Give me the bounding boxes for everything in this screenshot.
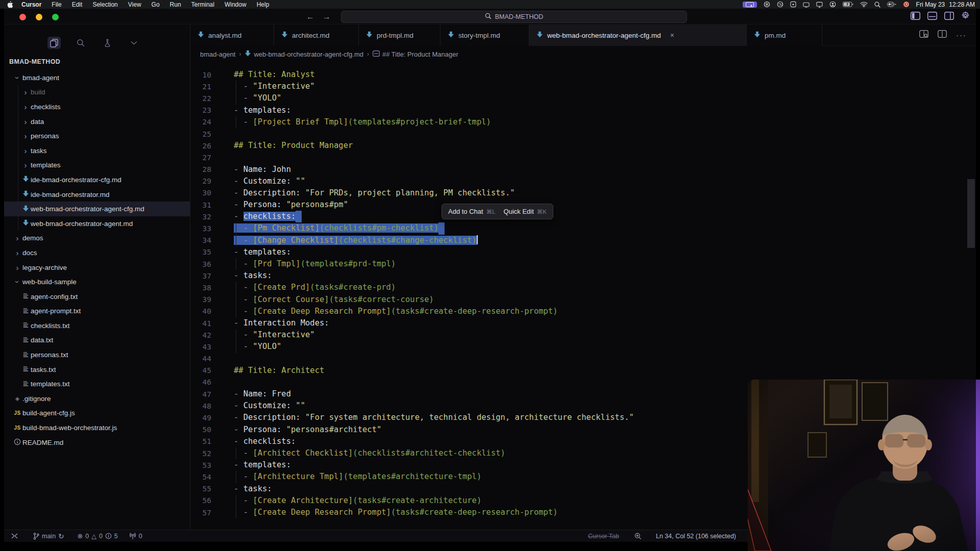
line-number[interactable]: 44 (190, 355, 224, 363)
control-center-icon[interactable] (887, 2, 896, 7)
code-line-32[interactable]: 32- checklists: (190, 211, 976, 222)
command-center-search[interactable]: BMAD-METHOD (341, 11, 687, 23)
tv-icon[interactable] (803, 2, 810, 8)
file-web-bmad-orchestrator-agent.md[interactable]: web-bmad-orchestrator-agent.md (4, 216, 190, 231)
line-number[interactable]: 35 (190, 248, 224, 256)
code-line-21[interactable]: 21 - "Interactive" (190, 81, 976, 92)
tab-story-tmpl.md[interactable]: story-tmpl.md (440, 24, 529, 46)
file-data.txt[interactable]: data.txt (4, 333, 190, 348)
chatgpt-icon[interactable] (764, 1, 770, 8)
cursor-position[interactable]: Ln 34, Col 52 (106 selected) (652, 533, 740, 540)
line-number[interactable]: 25 (190, 130, 224, 138)
file-README.md[interactable]: README.md (4, 435, 190, 450)
code-line-30[interactable]: 30- Description: "For PRDs, project plan… (190, 187, 976, 199)
file-build-bmad-web-orchestrator.js[interactable]: JSbuild-bmad-web-orchestrator.js (4, 420, 190, 435)
code-line-36[interactable]: 36 - [Prd Tmpl](templates#prd-tmpl) (190, 258, 976, 270)
line-number[interactable]: 45 (190, 366, 224, 374)
line-number[interactable]: 23 (190, 106, 224, 114)
cursor-tab-toggle[interactable]: Cursor Tab (584, 533, 623, 540)
line-number[interactable]: 52 (190, 449, 224, 458)
line-number[interactable]: 27 (190, 154, 224, 162)
app-box-icon[interactable] (790, 1, 796, 8)
code-line-37[interactable]: 37- tasks: (190, 270, 976, 282)
line-number[interactable]: 39 (190, 295, 224, 304)
breadcrumb-item[interactable]: bmad-agent (200, 51, 235, 58)
line-number[interactable]: 49 (190, 414, 224, 422)
menu-item-terminal[interactable]: Terminal (186, 1, 219, 8)
folder-docs[interactable]: ›docs (4, 245, 190, 260)
folder-legacy-archive[interactable]: ›legacy-archive (4, 260, 190, 275)
code-line-38[interactable]: 38 - [Create Prd](tasks#create-prd) (190, 282, 976, 293)
minimize-window-button[interactable] (36, 14, 42, 20)
folder-web-build-sample[interactable]: ›web-build-sample (4, 274, 190, 289)
line-number[interactable]: 22 (190, 94, 224, 103)
code-line-41[interactable]: 41- Interaction Modes: (190, 317, 976, 329)
menu-item-help[interactable]: Help (252, 1, 275, 8)
file-.gitignore[interactable]: ◈.gitignore (4, 391, 190, 406)
folder-demos[interactable]: ›demos (4, 231, 190, 246)
menu-item-window[interactable]: Window (219, 1, 252, 8)
code-line-39[interactable]: 39 - [Correct Course](tasks#correct-cour… (190, 294, 976, 306)
menu-item-edit[interactable]: Edit (67, 1, 88, 8)
line-number[interactable]: 51 (190, 437, 224, 445)
line-number[interactable]: 34 (190, 236, 224, 244)
folder-personas[interactable]: ›personas (4, 129, 190, 143)
add-to-chat-button[interactable]: Add to Chat ⌘L (448, 208, 496, 215)
open-changes-icon[interactable] (919, 30, 928, 40)
menubar-date[interactable]: Fri May 23 (916, 1, 945, 8)
explorer-files-icon[interactable] (47, 37, 61, 49)
remote-indicator[interactable] (7, 533, 22, 539)
flask-icon[interactable] (101, 37, 114, 49)
line-number[interactable]: 46 (190, 378, 224, 386)
line-number[interactable]: 57 (190, 509, 224, 517)
problems-indicator[interactable]: ⊗ 0 △ 0 5 (74, 532, 122, 540)
toggle-primary-sidebar-icon[interactable] (911, 12, 920, 20)
folder-tasks[interactable]: ›tasks (4, 143, 190, 158)
code-line-10[interactable]: 10## Title: Analyst (190, 69, 976, 81)
line-number[interactable]: 24 (190, 118, 224, 126)
line-number[interactable]: 29 (190, 177, 224, 185)
code-line-28[interactable]: 28- Name: John (190, 164, 976, 176)
code-line-29[interactable]: 29- Customize: "" (190, 176, 976, 187)
code-line-40[interactable]: 40 - [Create Deep Research Prompt](tasks… (190, 306, 976, 317)
code-line-34[interactable]: 34 - [Change Checklist](checklists#chang… (190, 235, 976, 246)
code-line-22[interactable]: 22 - "YOLO" (190, 92, 976, 104)
menu-item-view[interactable]: View (123, 1, 146, 8)
split-editor-icon[interactable] (938, 30, 947, 40)
line-number[interactable]: 48 (190, 402, 224, 410)
code-line-25[interactable]: 25 (190, 128, 976, 140)
line-number[interactable]: 55 (190, 485, 224, 493)
code-line-23[interactable]: 23- templates: (190, 105, 976, 116)
folder-build[interactable]: ›build (4, 85, 190, 100)
git-branch-indicator[interactable]: main ↻ (29, 532, 68, 540)
battery-icon[interactable] (843, 2, 853, 7)
line-number[interactable]: 54 (190, 473, 224, 481)
file-agent-config.txt[interactable]: agent-config.txt (4, 289, 190, 304)
screen-mirroring-icon[interactable] (743, 2, 757, 8)
folder-templates[interactable]: ›templates (4, 158, 190, 173)
file-personas.txt[interactable]: personas.txt (4, 347, 190, 362)
apple-menu-icon[interactable] (7, 1, 13, 8)
file-ide-bmad-orchestrator-cfg.md[interactable]: ide-bmad-orchestrator-cfg.md (4, 172, 190, 187)
chevron-down-icon[interactable] (127, 37, 140, 49)
file-checklists.txt[interactable]: checklists.txt (4, 318, 190, 333)
code-line-44[interactable]: 44 (190, 353, 976, 365)
file-agent-prompt.txt[interactable]: agent-prompt.txt (4, 304, 190, 319)
file-build-agent-cfg.js[interactable]: JSbuild-agent-cfg.js (4, 406, 190, 421)
ports-indicator[interactable]: 0 (125, 533, 146, 540)
breadcrumb-item[interactable]: web-bmad-orchestrator-agent-cfg.md (244, 50, 363, 58)
menubar-time[interactable]: 12:28 AM (949, 1, 975, 8)
tab-analyst.md[interactable]: analyst.md (190, 24, 274, 46)
settings-gear-icon[interactable] (961, 11, 970, 20)
display-icon[interactable] (816, 2, 823, 8)
code-line-24[interactable]: 24 - [Project Brief Tmpl](templates#proj… (190, 116, 976, 128)
code-line-43[interactable]: 43 - "YOLO" (190, 341, 976, 353)
line-number[interactable]: 38 (190, 284, 224, 292)
breadcrumb-item[interactable]: ## Title: Product Manager (373, 51, 458, 58)
line-number[interactable]: 56 (190, 496, 224, 505)
nav-forward-button[interactable]: → (321, 11, 333, 23)
tab-web-bmad-orchestrator-agent-cfg.md[interactable]: web-bmad-orchestrator-agent-cfg.md× (529, 24, 747, 46)
file-templates.txt[interactable]: templates.txt (4, 377, 190, 391)
folder-checklists[interactable]: ›checklists (4, 99, 190, 114)
code-line-42[interactable]: 42 - "Interactive" (190, 329, 976, 341)
